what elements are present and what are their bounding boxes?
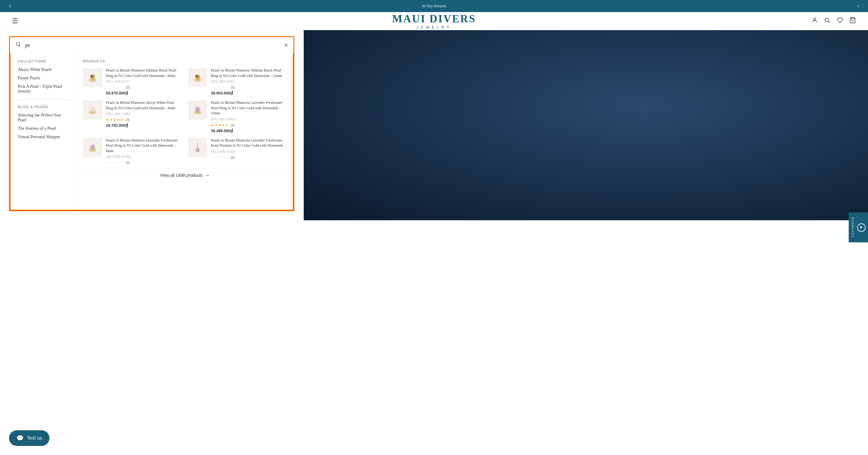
product-thumbnail (188, 138, 207, 157)
product-name: Pearls in Bloom Plumeria Lavender Freshw… (106, 138, 182, 154)
product-info: Pearls in Bloom Plumeria Tahitian Black … (106, 68, 182, 95)
product-name: Pearls in Bloom Plumeria Lavender Freshw… (211, 100, 287, 116)
wishlist-label: WISHLIST (851, 217, 855, 220)
header-right (811, 17, 856, 25)
product-item[interactable]: Pearls in Bloom Plumeria Lavender Freshw… (188, 138, 287, 165)
svg-point-7 (90, 74, 95, 79)
svg-point-16 (91, 108, 93, 109)
banner-prev-button[interactable]: ‹ (9, 3, 10, 9)
svg-point-9 (92, 75, 93, 76)
product-thumbnail (83, 68, 102, 87)
product-item[interactable]: Pearls in Bloom Plumeria Akoya White Pea… (83, 100, 182, 133)
svg-point-21 (90, 145, 95, 149)
search-icon-button[interactable] (824, 17, 831, 25)
header-left: ☰ (12, 17, 18, 25)
product-price: 35.486.000₫ (211, 128, 287, 133)
svg-point-13 (197, 75, 198, 76)
products-grid: Pearls in Bloom Plumeria Tahitian Black … (83, 68, 287, 165)
review-count: (0) (231, 156, 235, 159)
product-info: Pearls in Bloom Plumeria Lavender Freshw… (211, 100, 287, 133)
product-sku: SKU: 006-15377 (106, 80, 182, 83)
product-sku: SKU: 006-15401 (211, 80, 287, 83)
search-overlay: × COLLECTIONS Akoya White Pearls Purple … (0, 30, 868, 220)
review-count: (3) (231, 123, 235, 127)
dropdown-right-column: PRODUCTS (77, 53, 293, 210)
collection-item-purple[interactable]: Purple Pearls (18, 76, 69, 81)
product-rating: ★★★★★ (3) (106, 117, 182, 122)
svg-point-22 (91, 146, 93, 147)
product-thumbnail (188, 100, 207, 120)
product-thumbnail (83, 138, 102, 157)
product-name: Pearls in Bloom Plumeria Tahitian Black … (211, 68, 287, 79)
collections-section-title: COLLECTIONS (18, 59, 69, 63)
product-info: Pearls in Bloom Plumeria Akoya White Pea… (106, 100, 182, 128)
product-info: Pearls in Bloom Plumeria Lavender Freshw… (211, 138, 287, 160)
search-wrapper: × COLLECTIONS Akoya White Pearls Purple … (9, 36, 294, 211)
blog-item-virtual-shopper[interactable]: Virtual Personal Shopper (18, 134, 69, 140)
cart-icon-button[interactable] (849, 17, 856, 25)
product-sku: SKU: 006-15414 (211, 117, 287, 121)
search-dropdown-panel: COLLECTIONS Akoya White Pearls Purple Pe… (10, 53, 293, 210)
product-name: Pearls in Bloom Plumeria Akoya White Pea… (106, 100, 182, 111)
dropdown-left-column: COLLECTIONS Akoya White Pearls Purple Pe… (10, 53, 77, 210)
product-item[interactable]: Pearls in Bloom Plumeria Tahitian Black … (188, 68, 287, 95)
star-rating: ★★★★★ (211, 123, 228, 128)
product-item[interactable]: Pearls in Bloom Plumeria Lavender Freshw… (188, 100, 287, 133)
banner-next-button[interactable]: › (858, 3, 859, 9)
logo-subtitle: Jewelry (392, 25, 476, 30)
product-item[interactable]: Pearls in Bloom Plumeria Tahitian Black … (83, 68, 182, 95)
svg-point-4 (16, 42, 20, 46)
product-info: Pearls in Bloom Plumeria Lavender Freshw… (106, 138, 182, 165)
product-thumbnail (83, 100, 102, 120)
svg-point-1 (825, 18, 829, 22)
product-thumbnail (188, 68, 207, 87)
svg-point-8 (91, 75, 93, 77)
main-area: × COLLECTIONS Akoya White Pearls Purple … (0, 30, 868, 220)
blog-item-journey[interactable]: The Journey of a Pearl (18, 126, 69, 131)
svg-line-5 (19, 45, 21, 47)
wishlist-sidebar[interactable]: ♥ WISHLIST (849, 212, 868, 220)
product-name: Pearls in Bloom Plumeria Tahitian Black … (106, 68, 182, 79)
svg-point-18 (195, 107, 200, 112)
review-count: (3) (126, 118, 130, 122)
search-input[interactable] (25, 42, 284, 49)
top-banner: ‹ 30 Day Returns › (0, 0, 868, 12)
star-rating: ☆☆☆☆☆ (106, 160, 124, 165)
product-sku: SKU: 006-15394 (106, 112, 182, 116)
svg-point-12 (196, 75, 197, 77)
search-magnifier-icon (16, 42, 22, 49)
svg-point-19 (196, 108, 197, 109)
header: ☰ Maui Divers Jewelry (0, 12, 868, 30)
account-icon-button[interactable] (811, 17, 818, 25)
svg-point-0 (813, 18, 815, 20)
svg-line-2 (828, 21, 830, 23)
svg-point-25 (196, 149, 197, 150)
blog-item-perfect-size[interactable]: Selecting the Perfect Size Pearl (18, 113, 69, 122)
product-rating: ☆☆☆☆☆ (0) (106, 160, 182, 165)
view-all-label: View all 1498 products (160, 173, 203, 178)
star-rating: ☆☆☆☆☆ (211, 85, 228, 90)
svg-point-24 (195, 148, 200, 152)
hamburger-menu-button[interactable]: ☰ (12, 17, 18, 25)
product-price: 36.003.000₫ (211, 91, 287, 95)
product-rating: ☆☆☆☆☆ (0) (106, 85, 182, 90)
wishlist-icon-button[interactable] (837, 17, 843, 25)
search-close-button[interactable]: × (284, 41, 288, 49)
logo-title: Maui Divers (392, 12, 476, 25)
product-name: Pearls in Bloom Plumeria Lavender Freshw… (211, 138, 287, 148)
product-sku: SKU: 006-15393 (106, 155, 182, 158)
product-rating: ★★★★★ (3) (211, 122, 287, 128)
banner-text: 30 Day Returns (422, 4, 446, 8)
review-count: (0) (126, 86, 130, 89)
blog-pages-section-title: BLOG & PAGES (18, 105, 69, 109)
star-rating: ☆☆☆☆☆ (106, 85, 124, 90)
collection-item-akoya[interactable]: Akoya White Pearls (18, 67, 69, 72)
product-rating: ☆☆☆☆☆ (0) (211, 154, 287, 160)
collection-item-pick-pearl[interactable]: Pick A Pearl - Triple Pearl Jewelry (18, 84, 69, 94)
product-item[interactable]: Pearls in Bloom Plumeria Lavender Freshw… (83, 138, 182, 165)
view-all-products-bar[interactable]: View all 1498 products → (83, 168, 287, 182)
svg-point-11 (195, 74, 200, 79)
star-rating: ★★★★★ (106, 118, 124, 122)
product-sku: SKU: 006-15431 (211, 150, 287, 153)
product-price: 26.970.000₫ (106, 91, 182, 95)
